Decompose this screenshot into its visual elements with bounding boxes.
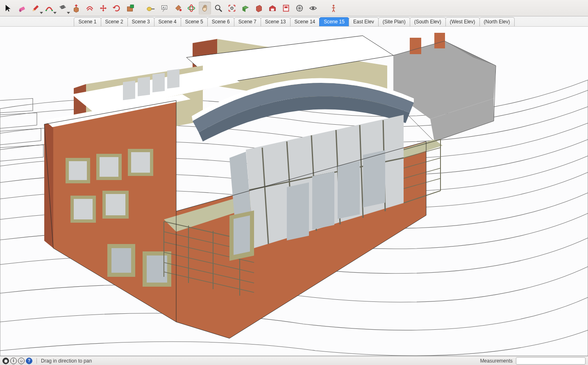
svg-rect-69 [287, 182, 309, 240]
svg-point-13 [216, 5, 220, 9]
select-cursor-icon[interactable] [2, 2, 15, 15]
scene-tab[interactable]: Scene 1 [74, 17, 101, 26]
svg-point-4 [61, 5, 64, 8]
svg-rect-70 [312, 172, 334, 230]
text-label-icon[interactable]: A1 [158, 2, 170, 15]
scene-tab[interactable]: Scene 2 [101, 17, 128, 26]
scene-tab[interactable]: (West Elev) [445, 17, 480, 26]
svg-rect-25 [410, 38, 421, 54]
scene-tab[interactable]: Scene 7 [234, 17, 261, 26]
scale-icon[interactable] [124, 2, 136, 15]
eraser-icon[interactable] [16, 2, 28, 15]
svg-point-11 [188, 7, 195, 9]
svg-text:A1: A1 [162, 5, 166, 9]
offset-icon[interactable] [84, 2, 96, 15]
svg-rect-26 [434, 33, 445, 48]
svg-rect-41 [131, 152, 150, 173]
scene-tab[interactable]: Scene 5 [181, 17, 208, 26]
style-builder-icon[interactable] [293, 2, 306, 15]
svg-rect-37 [69, 161, 87, 180]
status-credits-icon[interactable]: i [10, 358, 17, 364]
zoom-extents-icon[interactable] [226, 2, 238, 15]
scene-tab[interactable]: (South Elev) [410, 17, 446, 26]
svg-rect-72 [363, 150, 385, 207]
pencil-icon[interactable] [30, 2, 42, 15]
scene-tab[interactable]: Scene 14 [290, 17, 320, 26]
svg-rect-47 [111, 248, 131, 273]
3d-warehouse-icon[interactable] [266, 2, 279, 15]
status-user-icon[interactable]: ☺ [18, 358, 25, 364]
svg-rect-71 [338, 161, 360, 219]
move-icon[interactable] [97, 2, 109, 15]
human-figure-icon[interactable] [327, 2, 340, 15]
status-help-icon[interactable]: ? [26, 358, 32, 364]
svg-point-10 [179, 9, 182, 11]
svg-point-20 [333, 5, 334, 6]
arc-icon[interactable] [43, 2, 55, 15]
scene-tabs-bar: Scene 1Scene 2Scene 3Scene 4Scene 5Scene… [0, 16, 588, 27]
svg-rect-15 [271, 8, 274, 10]
svg-point-2 [45, 9, 47, 11]
scene-tab[interactable]: Scene 13 [261, 17, 291, 26]
svg-rect-45 [106, 194, 125, 215]
svg-point-14 [231, 7, 233, 9]
svg-point-3 [52, 9, 53, 11]
svg-point-12 [190, 5, 193, 11]
svg-rect-6 [130, 5, 134, 7]
svg-rect-74 [234, 215, 250, 255]
status-bar: ◉ i ☺ ? Drag in direction to pan Measure… [0, 356, 588, 365]
scene-tab[interactable]: Scene 4 [154, 17, 181, 26]
scene-tab[interactable]: Scene 6 [207, 17, 234, 26]
measurements-input[interactable] [516, 357, 586, 365]
pan-hand-icon[interactable] [199, 2, 211, 15]
main-toolbar: A1 [0, 0, 588, 16]
svg-rect-75 [123, 80, 135, 100]
push-pull-icon[interactable] [70, 2, 82, 15]
svg-rect-39 [100, 157, 118, 177]
orbit-icon[interactable] [185, 2, 198, 15]
scene-tab[interactable]: Scene 15 [319, 17, 349, 26]
paint-bucket-icon[interactable] [172, 2, 184, 15]
section-plane-icon[interactable] [239, 2, 252, 15]
rotate-icon[interactable] [111, 2, 123, 15]
zoom-icon[interactable] [212, 2, 225, 15]
add-location-icon[interactable] [253, 2, 265, 15]
scene-tab[interactable]: Scene 3 [127, 17, 154, 26]
tape-measure-icon[interactable] [145, 2, 157, 15]
measurements-label: Measurements [480, 358, 513, 364]
svg-rect-78 [167, 69, 179, 89]
eye-icon[interactable] [307, 2, 319, 15]
status-geolocation-icon[interactable]: ◉ [2, 358, 9, 364]
shape-rectangle-icon[interactable] [57, 2, 69, 15]
layout-icon[interactable] [280, 2, 292, 15]
status-hint: Drag in direction to pan [41, 358, 92, 364]
svg-rect-17 [284, 6, 287, 8]
svg-rect-77 [152, 73, 165, 93]
svg-rect-76 [138, 77, 150, 96]
svg-point-7 [147, 7, 152, 11]
svg-rect-43 [74, 199, 93, 219]
3d-viewport[interactable] [0, 27, 588, 356]
svg-point-19 [312, 7, 314, 9]
scene-tab[interactable]: (Site Plan) [378, 17, 410, 26]
scene-tab[interactable]: East Elev [349, 17, 379, 26]
scene-tab[interactable]: (North Elev) [479, 17, 515, 26]
